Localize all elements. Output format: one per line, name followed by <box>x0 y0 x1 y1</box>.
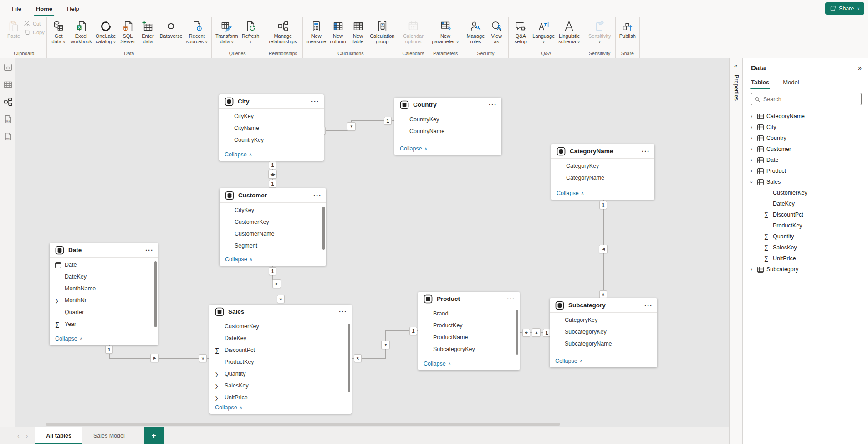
table-card-date[interactable]: Date ··· DateDateKeyMonthNameMonthNrQuar… <box>50 243 158 345</box>
card-header[interactable]: CategoryName ··· <box>551 144 654 159</box>
more-options-icon[interactable]: ··· <box>642 147 650 155</box>
report-view-icon[interactable] <box>0 58 15 76</box>
chevron-icon[interactable] <box>751 168 757 174</box>
table-field[interactable]: DateKey <box>209 332 352 344</box>
table-field[interactable]: CityKey <box>219 110 324 122</box>
new-table-button[interactable]: Newtable <box>348 17 368 45</box>
excel-workbook-button[interactable]: X Excelworkbook <box>69 17 94 45</box>
chevron-icon[interactable] <box>751 266 757 273</box>
tree-item[interactable]: DateKey <box>743 198 868 209</box>
table-field[interactable]: Quantity <box>209 368 352 380</box>
table-field[interactable]: CountryName <box>394 125 501 137</box>
collapse-link[interactable]: Collapse∧ <box>215 404 242 411</box>
card-scrollbar[interactable] <box>516 310 518 355</box>
tree-item[interactable]: CustomerKey <box>743 187 868 198</box>
expand-properties-icon[interactable]: « <box>730 58 742 69</box>
manage-roles-button[interactable]: Manageroles <box>465 17 487 45</box>
tree-item[interactable]: Quantity <box>743 231 868 242</box>
layout-tab-all-tables[interactable]: All tables <box>35 427 82 444</box>
prev-layout-icon[interactable]: ‹ <box>17 432 20 439</box>
table-field[interactable]: CountryKey <box>219 134 324 146</box>
dataverse-button[interactable]: Dataverse <box>158 17 184 40</box>
table-card-sales[interactable]: Sales ··· CustomerKeyDateKeyDiscountPctP… <box>209 305 352 414</box>
tree-item[interactable]: CategoryName <box>743 111 868 122</box>
card-header[interactable]: Subcategory ··· <box>550 298 657 313</box>
menu-file[interactable]: File <box>5 0 29 17</box>
table-field[interactable]: DiscountPct <box>209 344 352 356</box>
search-input[interactable] <box>763 96 858 103</box>
card-scrollbar[interactable] <box>322 207 325 250</box>
collapse-link[interactable]: Collapse∧ <box>225 256 252 263</box>
collapse-panel-icon[interactable]: » <box>858 64 862 72</box>
publish-button[interactable]: Publish <box>618 17 638 40</box>
share-button[interactable]: Share ∨ <box>825 2 864 15</box>
collapse-link[interactable]: Collapse∧ <box>55 336 82 342</box>
table-card-subcategory[interactable]: Subcategory ··· CategoryKeySubcategoryKe… <box>550 298 657 367</box>
table-field[interactable]: ProductKey <box>418 320 520 331</box>
collapse-link[interactable]: Collapse∧ <box>225 151 252 158</box>
menu-home[interactable]: Home <box>29 0 60 17</box>
card-header[interactable]: Product ··· <box>418 292 520 306</box>
tree-item[interactable]: UnitPrice <box>743 253 868 264</box>
collapse-link[interactable]: Collapse∧ <box>400 145 427 152</box>
tab-tables[interactable]: Tables <box>751 79 769 89</box>
menu-help[interactable]: Help <box>60 0 87 17</box>
chevron-icon[interactable] <box>751 179 757 185</box>
card-header[interactable]: Sales ··· <box>209 305 352 319</box>
table-field[interactable]: Brand <box>418 308 520 320</box>
table-field[interactable]: CustomerName <box>220 228 326 240</box>
table-field[interactable]: SubcategoryKey <box>550 326 657 338</box>
tree-item[interactable]: SalesKey <box>743 242 868 253</box>
search-box[interactable] <box>751 93 862 105</box>
tree-item[interactable]: Customer <box>743 144 868 155</box>
table-field[interactable]: Segment <box>220 240 326 252</box>
refresh-button[interactable]: Refresh∨ <box>240 17 261 45</box>
chevron-icon[interactable] <box>751 146 757 152</box>
tree-item[interactable]: City <box>743 122 868 133</box>
table-view-icon[interactable] <box>0 76 15 93</box>
model-diagram-canvas[interactable]: * ▼ 1 1 ◀▶ 1 1 ▶ * 1 ▶ * * ▼ 1 * ▲ 1 <box>15 58 729 427</box>
manage-relationships-button[interactable]: Managerelationships <box>265 17 301 45</box>
more-options-icon[interactable]: ··· <box>145 246 153 254</box>
table-field[interactable]: CategoryName <box>551 172 654 184</box>
more-options-icon[interactable]: ··· <box>489 101 497 108</box>
qa-setup-button[interactable]: Q&Asetup <box>511 17 531 45</box>
more-options-icon[interactable]: ··· <box>339 308 347 315</box>
onelake-catalog-button[interactable]: OneLake catalog ∨ <box>94 17 118 46</box>
enter-data-button[interactable]: Enterdata <box>138 17 158 45</box>
table-field[interactable]: SubcategoryKey <box>418 343 520 355</box>
tab-model[interactable]: Model <box>783 79 799 89</box>
layout-tab-sales-model[interactable]: Sales Model <box>82 427 136 444</box>
new-measure-button[interactable]: Newmeasure <box>305 17 328 45</box>
tree-item[interactable]: Country <box>743 133 868 144</box>
add-layout-button[interactable]: + <box>144 427 164 444</box>
table-field[interactable]: Date <box>50 259 158 271</box>
collapse-link[interactable]: Collapse∧ <box>555 358 582 364</box>
tree-item[interactable]: Date <box>743 155 868 165</box>
table-card-country[interactable]: Country ··· CountryKeyCountryName Collap… <box>394 98 501 155</box>
table-field[interactable]: CategoryKey <box>551 160 654 172</box>
new-parameter-button[interactable]: ? New parameter ∨ <box>430 17 460 46</box>
chevron-icon[interactable] <box>751 124 757 130</box>
table-field[interactable]: Quarter <box>50 306 158 318</box>
canvas-horizontal-scrollbar[interactable] <box>18 423 724 426</box>
card-header[interactable]: Customer ··· <box>220 188 326 203</box>
collapse-link[interactable]: Collapse∧ <box>424 361 451 367</box>
table-field[interactable]: ProductKey <box>209 356 352 368</box>
table-field[interactable]: UnitPrice <box>209 392 352 403</box>
table-card-categoryname[interactable]: CategoryName ··· CategoryKeyCategoryName… <box>551 144 654 200</box>
dax-query-view-icon[interactable]: DAX <box>0 110 15 128</box>
more-options-icon[interactable]: ··· <box>644 301 653 309</box>
tree-item[interactable]: DiscountPct <box>743 209 868 220</box>
tree-item[interactable]: Product <box>743 165 868 176</box>
card-header[interactable]: City ··· <box>219 94 324 109</box>
tree-item[interactable]: Sales <box>743 176 868 187</box>
table-field[interactable]: SalesKey <box>209 380 352 392</box>
table-field[interactable]: CityName <box>219 122 324 134</box>
tree-item[interactable]: Subcategory <box>743 264 868 275</box>
calculation-group-button[interactable]: Calculationgroup <box>368 17 396 45</box>
table-field[interactable]: DateKey <box>50 271 158 283</box>
more-options-icon[interactable]: ··· <box>311 98 319 105</box>
tmdl-view-icon[interactable]: TMDL <box>0 128 15 145</box>
language-button[interactable]: Language∨ <box>531 17 557 45</box>
